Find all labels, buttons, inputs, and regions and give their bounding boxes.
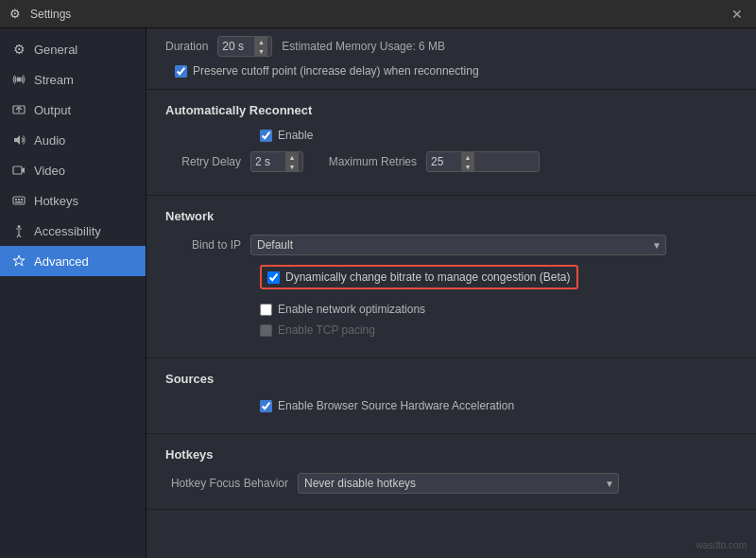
sources-content: Enable Browser Source Hardware Accelerat… [165, 397, 737, 414]
max-retries-up[interactable]: ▲ [461, 152, 474, 162]
video-icon [11, 163, 26, 178]
general-icon: ⚙ [11, 42, 26, 57]
network-title: Network [165, 209, 737, 223]
preserve-cutoff-row: Preserve cutoff point (increase delay) w… [165, 64, 737, 78]
title-bar-text: Settings [30, 8, 728, 21]
hotkeys-title: Hotkeys [165, 447, 737, 462]
dynamic-bitrate-wrapper: Dynamically change bitrate to manage con… [260, 265, 737, 295]
browser-accel-label: Enable Browser Source Hardware Accelerat… [278, 399, 514, 412]
duration-up-btn[interactable]: ▲ [254, 37, 267, 46]
sidebar-item-output[interactable]: Output [0, 95, 146, 125]
hotkeys-icon [11, 193, 26, 208]
max-retries-btns: ▲ ▼ [461, 152, 474, 171]
sources-title: Sources [165, 372, 737, 386]
auto-reconnect-section: Automatically Reconnect Enable Retry Del… [146, 90, 756, 196]
svg-rect-3 [13, 166, 22, 174]
estimated-memory: Estimated Memory Usage: 6 MB [282, 40, 445, 53]
sidebar-label-output: Output [34, 103, 71, 117]
output-icon [11, 102, 26, 117]
max-retries-spinner[interactable]: ▲ ▼ [426, 151, 540, 172]
sidebar-item-hotkeys[interactable]: Hotkeys [0, 185, 146, 216]
retry-delay-up[interactable]: ▲ [285, 152, 299, 162]
svg-rect-6 [18, 199, 20, 201]
bind-ip-select[interactable]: Default 127.0.0.1 0.0.0.0 [257, 238, 660, 252]
hotkeys-section: Hotkeys Hotkey Focus Behavior Never disa… [146, 434, 756, 510]
browser-accel-row: Enable Browser Source Hardware Accelerat… [260, 397, 737, 414]
network-opt-checkbox[interactable] [260, 304, 272, 316]
top-partial-section: Duration ▲ ▼ Estimated Memory Usage: 6 M… [146, 28, 756, 90]
sidebar-label-advanced: Advanced [34, 254, 89, 269]
preserve-cutoff-label: Preserve cutoff point (increase delay) w… [193, 64, 479, 78]
auto-reconnect-title: Automatically Reconnect [165, 103, 737, 117]
tcp-pacing-row: Enable TCP pacing [260, 322, 737, 339]
duration-row: Duration ▲ ▼ Estimated Memory Usage: 6 M… [165, 36, 737, 57]
accessibility-icon [11, 223, 26, 238]
svg-rect-5 [15, 199, 17, 201]
sidebar-label-video: Video [34, 164, 65, 178]
main-content: Duration ▲ ▼ Estimated Memory Usage: 6 M… [146, 28, 756, 558]
sidebar-item-stream[interactable]: Stream [0, 64, 146, 95]
retry-delay-down[interactable]: ▼ [285, 162, 299, 171]
duration-spinner-btns: ▲ ▼ [254, 37, 267, 56]
duration-label: Duration [165, 40, 208, 53]
sidebar-item-video[interactable]: Video [0, 155, 146, 185]
sidebar: ⚙ General Stream [0, 28, 146, 558]
bind-label: Bind to IP [165, 238, 241, 252]
close-button[interactable]: ✕ [728, 5, 747, 24]
svg-rect-7 [21, 199, 23, 201]
reconnect-enable-checkbox[interactable] [260, 130, 272, 142]
dynamic-bitrate-checkbox[interactable] [267, 271, 280, 284]
hotkey-focus-combo[interactable]: Never disable hotkeys Disable when not i… [298, 473, 619, 494]
settings-icon: ⚙ [9, 7, 25, 22]
sidebar-label-accessibility: Accessibility [34, 224, 101, 238]
hotkey-focus-select[interactable]: Never disable hotkeys Disable when not i… [304, 477, 612, 490]
watermark: wasdto.com [696, 540, 747, 550]
advanced-icon [11, 253, 26, 269]
stream-icon [11, 72, 26, 87]
retry-delay-label: Retry Delay [165, 155, 241, 168]
tcp-pacing-label: Enable TCP pacing [278, 323, 375, 337]
retry-delay-row: Retry Delay ▲ ▼ Maximum Retries ▲ ▼ [165, 151, 737, 172]
sidebar-label-stream: Stream [34, 73, 74, 87]
duration-spinner[interactable]: ▲ ▼ [217, 36, 272, 57]
hotkey-focus-row: Hotkey Focus Behavior Never disable hotk… [165, 473, 737, 494]
svg-point-9 [18, 225, 21, 228]
duration-down-btn[interactable]: ▼ [254, 46, 267, 56]
dynamic-bitrate-row: Dynamically change bitrate to manage con… [260, 265, 578, 289]
settings-container: ⚙ General Stream [0, 28, 756, 558]
preserve-cutoff-checkbox[interactable] [175, 65, 187, 78]
reconnect-enable-label: Enable [278, 129, 313, 142]
network-section: Network Bind to IP Default 127.0.0.1 0.0… [146, 196, 756, 358]
sidebar-label-audio: Audio [34, 133, 65, 148]
sources-section: Sources Enable Browser Source Hardware A… [146, 358, 756, 434]
max-retries-down[interactable]: ▼ [461, 162, 474, 171]
sidebar-label-hotkeys: Hotkeys [34, 194, 78, 208]
sidebar-item-advanced[interactable]: Advanced [0, 246, 146, 276]
duration-input[interactable] [222, 40, 252, 53]
dynamic-bitrate-label: Dynamically change bitrate to manage con… [285, 270, 571, 284]
max-retries-input[interactable] [431, 155, 459, 168]
reconnect-enable-row: Enable [165, 129, 737, 142]
tcp-pacing-checkbox[interactable] [260, 324, 272, 337]
title-bar: ⚙ Settings ✕ [0, 0, 756, 28]
sidebar-item-audio[interactable]: Audio [0, 125, 146, 155]
bind-ip-combo[interactable]: Default 127.0.0.1 0.0.0.0 ▼ [250, 235, 666, 255]
sidebar-item-general[interactable]: ⚙ General [0, 34, 146, 64]
audio-icon [11, 132, 26, 148]
svg-rect-8 [15, 201, 23, 203]
retry-delay-spinner[interactable]: ▲ ▼ [250, 151, 303, 172]
max-retries-label: Maximum Retries [313, 155, 417, 168]
hotkey-focus-label: Hotkey Focus Behavior [165, 477, 288, 490]
network-checkboxes: Dynamically change bitrate to manage con… [165, 265, 737, 339]
sidebar-label-general: General [34, 43, 77, 57]
svg-point-0 [17, 78, 22, 82]
bind-to-ip-row: Bind to IP Default 127.0.0.1 0.0.0.0 ▼ [165, 235, 737, 255]
browser-accel-checkbox[interactable] [260, 400, 272, 412]
retry-delay-input[interactable] [255, 155, 284, 168]
network-opt-row: Enable network optimizations [260, 301, 737, 318]
network-opt-label: Enable network optimizations [278, 303, 425, 316]
sidebar-item-accessibility[interactable]: Accessibility [0, 216, 146, 246]
retry-delay-btns: ▲ ▼ [285, 152, 299, 171]
